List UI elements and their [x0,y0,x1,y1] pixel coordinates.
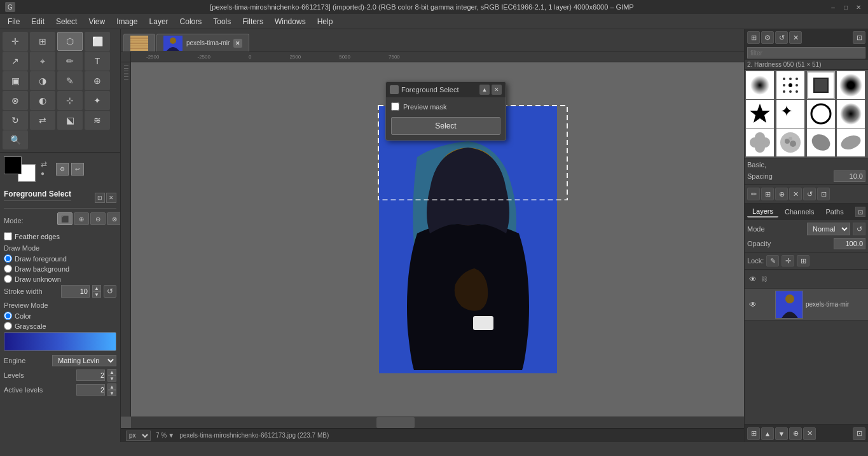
brush-item-blob2[interactable] [837,128,865,156]
brush-item-blob1[interactable] [807,128,835,156]
feather-edges-checkbox[interactable] [4,232,12,240]
layer-raise-button[interactable]: ▲ [761,427,774,440]
color-preview-radio[interactable] [4,312,12,320]
opacity-input[interactable] [834,238,865,249]
tab-paths[interactable]: Paths [821,207,849,217]
brush-copy-button[interactable]: ⊕ [775,188,788,200]
active-levels-input[interactable] [76,384,105,396]
free-select-tool[interactable]: ⬡ [57,32,83,51]
dodge-burn[interactable]: ◐ [30,91,55,110]
perspective-tool[interactable]: ⬕ [57,111,83,130]
stroke-width-up[interactable]: ▲ [92,285,101,291]
menu-tools[interactable]: Tools [208,16,236,27]
scrollbar-thumb-h[interactable] [376,417,415,428]
grayscale-preview-radio[interactable] [4,322,12,330]
menu-help[interactable]: Help [312,16,338,27]
align-tool[interactable]: ⊞ [30,32,55,51]
brush-new-button[interactable]: ⊞ [747,31,760,44]
draw-foreground-radio[interactable] [4,254,12,263]
tool-options-expand[interactable]: ⊡ [95,193,105,203]
pencil-tool[interactable]: ✎ [57,71,83,90]
transform-tool[interactable]: ⬜ [85,32,110,51]
brush-item-texture2[interactable] [746,128,774,156]
tab-channels[interactable]: Channels [780,207,819,217]
zoom-dropdown-icon[interactable]: ▼ [168,432,174,439]
tool-config-button[interactable]: ⚙ [56,163,69,176]
layer-new-button[interactable]: ⊞ [747,427,760,440]
active-levels-down[interactable]: ▼ [107,390,116,396]
reset-colors-button[interactable]: ● [41,170,50,179]
menu-view[interactable]: View [83,16,110,27]
brush-item-star[interactable] [746,100,774,128]
mode-subtract[interactable]: ⊖ [90,212,106,225]
mode-add[interactable]: ⊕ [74,212,89,225]
menu-edit[interactable]: Edit [26,16,50,27]
history-button[interactable]: ↩ [71,163,84,176]
select-button[interactable]: Select [391,117,500,135]
mode-replace[interactable]: ⬛ [57,212,72,225]
blend-tool[interactable]: ◑ [30,71,55,90]
tab-person-close[interactable]: ✕ [233,39,242,48]
smudge-tool[interactable]: ≋ [85,111,110,130]
tool-options-close[interactable]: ✕ [106,193,116,203]
menu-select[interactable]: Select [51,16,82,27]
brush-edit-button[interactable]: ✏ [747,188,760,200]
minimize-button[interactable]: – [829,3,837,11]
layer-more-button[interactable]: ⊡ [853,427,865,440]
brush-expand-button[interactable]: ⊡ [853,31,865,44]
horizontal-scrollbar[interactable] [131,417,744,428]
brush-delete-button[interactable]: ✕ [789,31,802,44]
lock-all-button[interactable]: ⊞ [797,255,809,266]
lock-position-button[interactable]: ✛ [782,255,794,266]
menu-filters[interactable]: Filters [237,16,268,27]
menu-layer[interactable]: Layer [144,16,174,27]
tab-person[interactable]: pexels-tima-mir ✕ [156,34,249,52]
layers-expand-button[interactable]: ⊡ [855,207,865,217]
brush-item-texture1[interactable]: ✦ [776,100,804,128]
unit-select[interactable]: px mm [126,431,151,441]
layer-delete-button[interactable]: ✕ [803,427,816,440]
clone-tool[interactable]: ⊕ [85,71,110,90]
close-button[interactable]: ✕ [854,3,863,11]
brush-more-button[interactable]: ⊡ [817,188,830,200]
canvas-viewport[interactable]: Foreground Select ▲ ✕ Preview mask Selec… [131,62,744,417]
flip-tool[interactable]: ⇄ [30,111,55,130]
brush-config-button[interactable]: ⚙ [761,31,774,44]
bucket-fill[interactable]: ▣ [3,71,28,90]
stroke-width-reset[interactable]: ↺ [104,285,116,298]
scale-tool[interactable]: ↗ [3,52,28,71]
foreground-color-swatch[interactable] [4,156,22,174]
rotate-tool[interactable]: ↻ [3,111,28,130]
engine-select[interactable]: Matting Levin Matting Global [52,355,116,366]
layer-visibility-toggle[interactable]: 👁 [747,299,759,310]
fuzzy-select[interactable]: ⊹ [57,91,83,110]
levels-down[interactable]: ▼ [107,375,116,382]
fg-dialog-close[interactable]: ✕ [492,85,502,95]
brush-item-circle-medium[interactable] [837,100,865,128]
draw-background-radio[interactable] [4,265,12,273]
swap-colors-button[interactable]: ⇄ [41,160,50,169]
tab-layers[interactable]: Layers [747,206,778,218]
brush-item-gradient[interactable] [746,71,774,99]
maximize-button[interactable]: □ [841,3,850,11]
path-tool[interactable]: ✏ [57,52,83,71]
brush-duplicate-button[interactable]: ⊞ [761,188,774,200]
brush-item-circle-stroke[interactable] [807,100,835,128]
color-picker[interactable]: ✦ [85,91,110,110]
menu-windows[interactable]: Windows [270,16,311,27]
brush-item-texture3[interactable] [776,128,804,156]
layer-chain-toggle[interactable] [761,299,773,310]
levels-up[interactable]: ▲ [107,369,116,375]
crop-tool[interactable]: ⌖ [30,52,55,71]
mode-intersect[interactable]: ⊗ [107,212,120,225]
draw-unknown-radio[interactable] [4,275,12,283]
menu-file[interactable]: File [3,16,25,27]
menu-colors[interactable]: Colors [175,16,207,27]
move-tool[interactable]: ✛ [3,32,28,51]
preview-mask-checkbox[interactable] [391,102,399,111]
tab-wood[interactable] [123,34,155,52]
heal-tool[interactable]: ⊗ [3,91,28,110]
brush-item-square[interactable] [807,71,835,99]
stroke-width-down[interactable]: ▼ [92,291,101,298]
fg-dialog-up[interactable]: ▲ [479,85,490,95]
